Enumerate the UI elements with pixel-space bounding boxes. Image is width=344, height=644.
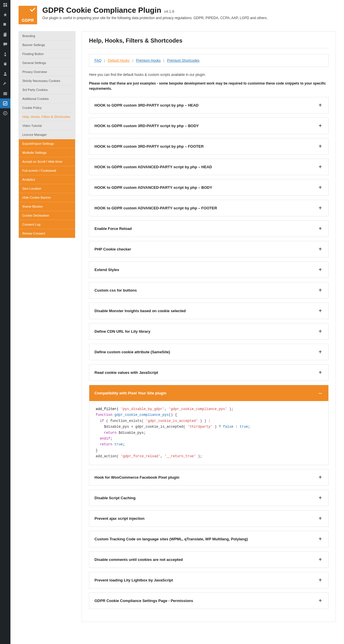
accordion-title: Disable comments until cookies are not a… [94,557,183,562]
accordion-header[interactable]: HOOK to GDPR custom 3RD-PARTY script by … [89,138,328,154]
accordion-title: HOOK to GDPR custom 3RD-PARTY script by … [94,124,199,128]
sidebar-item[interactable]: Multisite Settings [19,148,75,157]
accordion-title: HOOK to GDPR custom 3RD-PARTY script by … [94,144,204,149]
plus-icon: + [317,577,323,583]
accordion-item: HOOK to GDPR custom 3RD-PARTY script by … [89,118,329,134]
wp-menu-comments[interactable] [0,39,10,49]
comments-icon [3,42,8,47]
sidebar-item[interactable]: Cookie Policy [19,103,75,112]
sidebar-item[interactable]: Hide Cookie Banner [19,193,75,202]
accordion-header[interactable]: Custom Tracking Code on language sites (… [89,531,328,547]
check-icon [30,8,35,12]
sidebar-item[interactable]: Cookie Declaration [19,211,75,220]
tools-icon [3,81,8,86]
tab-premium-shortcodes[interactable]: Premium Shortcodes [167,58,199,63]
plus-icon: + [317,536,323,542]
sidebar-item[interactable]: Branding [19,32,75,41]
accordion-title: Prevent ajax script injection [94,516,145,521]
accordion-header[interactable]: HOOK to GDPR custom ADVANCED-PARTY scrip… [89,180,328,195]
plus-icon: + [317,287,323,294]
accordion-header[interactable]: Disable comments until cookies are not a… [89,552,328,568]
wp-menu-settings[interactable] [0,89,10,98]
accordion-title: Enable Force Reload [94,226,132,231]
accordion-title: Extend Styles [94,268,119,272]
plus-icon: + [317,597,323,604]
wp-menu-media[interactable] [0,20,10,30]
accordion-title: Define custom cookie attribute (SameSite… [94,350,170,354]
sidebar-item[interactable]: Licence Manager [19,130,75,139]
settings-icon [3,91,8,96]
accordion-header[interactable]: Define custom cookie attribute (SameSite… [89,344,328,360]
accordion-header[interactable]: Read cookie values with JavaScript+ [89,365,328,380]
sidebar-item[interactable]: 3rd Party Cookies [19,85,75,94]
sidebar-item[interactable]: Floating Button [19,50,75,58]
accordion-header[interactable]: PHP Cookie checker+ [89,241,328,257]
sidebar-item[interactable]: Renew Consent [19,229,75,238]
accordion-item: HOOK to GDPR custom 3RD-PARTY script by … [89,138,329,155]
accordion-header[interactable]: HOOK to GDPR custom ADVANCED-PARTY scrip… [89,200,328,216]
accordion-title: Compatibility with Pixel Your Site plugi… [94,391,166,395]
wp-menu-appearance[interactable] [0,49,10,59]
minus-icon: – [317,390,323,396]
tab-faq[interactable]: FAQ [94,58,101,63]
sidebar-item[interactable]: Full-screen / Cookiewall [19,166,75,175]
wp-menu-dashboard[interactable] [0,0,10,10]
sidebar-item[interactable]: Geo Location [19,184,75,193]
accordion-header[interactable]: HOOK to GDPR custom ADVANCED-PARTY scrip… [89,159,328,175]
sidebar-item[interactable]: Banner Settings [19,41,75,50]
sidebar-item[interactable]: Help, Hooks, Filters & Shortcodes [19,112,75,121]
tab-premium-hooks[interactable]: Premium Hooks [136,58,161,63]
sidebar-item[interactable]: Strictly Necessary Cookies [19,76,75,85]
wp-menu-plugins[interactable] [0,59,10,69]
accordion-header[interactable]: HOOK to GDPR custom 3RD-PARTY script by … [89,97,328,113]
accordion-header[interactable]: Disable Monster Insights based on cookie… [89,303,328,319]
accordion-header[interactable]: Hook for WooCommerce Facebook Pixel plug… [89,469,328,485]
dashboard-icon [3,2,8,8]
accordion-title: Prevent loading Lity Lightbox by JavaScr… [94,578,173,582]
sidebar-item[interactable]: Analytics [19,175,75,184]
separator: | [104,58,105,63]
sidebar-item[interactable]: Video Tutorial [19,121,75,130]
accordion-header[interactable]: GDPR Cookie Compliance Settings Page - P… [89,593,328,609]
accordion-item: PHP Cookie checker+ [89,241,329,257]
accordion-header[interactable]: Enable Force Reload+ [89,221,328,237]
sidebar-item[interactable]: Export/Import Settings [19,139,75,148]
accordion-item: GDPR Cookie Compliance Settings Page - P… [89,592,329,609]
wp-menu-users[interactable] [0,69,10,79]
tab-default-hooks[interactable]: Default Hooks [108,58,130,63]
accordion-item: Read cookie values with JavaScript+ [89,364,329,381]
accordion-title: GDPR Cookie Compliance Settings Page - P… [94,599,193,603]
svg-point-0 [4,23,5,24]
accordion-header[interactable]: Extend Styles+ [89,262,328,278]
accordion-header[interactable]: HOOK to GDPR custom 3RD-PARTY script by … [89,118,328,134]
wp-menu-gdpr[interactable] [0,98,10,108]
sidebar-item[interactable]: Accept on Scroll / Hide timer [19,157,75,166]
sidebar-item[interactable]: Consent Log [19,220,75,229]
wp-menu-pages[interactable] [0,30,10,39]
accordion-header[interactable]: Prevent loading Lity Lightbox by JavaScr… [89,572,328,588]
svg-point-6 [3,111,7,115]
pages-icon [3,32,8,37]
plugins-icon [3,61,8,67]
accordion-header[interactable]: Compatibility with Pixel Your Site plugi… [89,385,328,401]
sidebar-item[interactable]: Iframe Blocker [19,202,75,211]
accordion-header[interactable]: Custom css for buttons+ [89,282,328,298]
plus-icon: + [317,495,323,501]
page-header: GDPR GDPR Cookie Compliance Plugin v4.1.… [19,6,336,24]
sidebar-item[interactable]: General Settings [19,58,75,67]
wp-menu-pin[interactable] [0,10,10,20]
collapse-icon [3,111,8,116]
sidebar-item[interactable]: Privacy Overview [19,67,75,76]
accordion-item: Custom css for buttons+ [89,282,329,299]
accordion-title: Define CDN URL for Lity library [94,329,150,334]
page-subtitle: Our plugin is useful in preparing your s… [42,16,267,20]
sidebar-item[interactable]: Additional Cookies [19,94,75,103]
accordion-item: Prevent loading Lity Lightbox by JavaScr… [89,572,329,588]
wp-menu-tools[interactable] [0,79,10,89]
accordion-title: PHP Cookie checker [94,247,131,251]
accordion-item: Hook for WooCommerce Facebook Pixel plug… [89,469,329,486]
accordion-header[interactable]: Define CDN URL for Lity library+ [89,323,328,339]
accordion-header[interactable]: Prevent ajax script injection+ [89,511,328,526]
accordion-header[interactable]: Disable Script Caching+ [89,490,328,506]
wp-menu-collapse[interactable] [0,108,10,118]
